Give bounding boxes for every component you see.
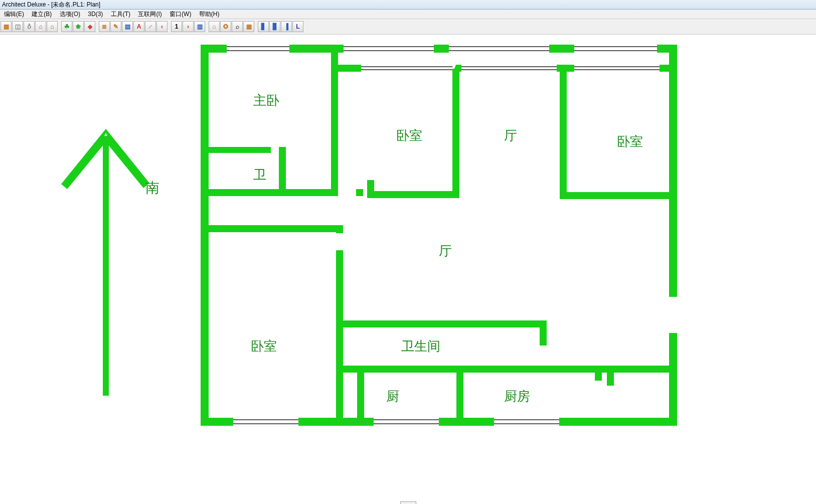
wall <box>201 45 209 426</box>
wall <box>452 69 459 195</box>
wall <box>560 192 677 199</box>
toolbar-separator <box>58 21 61 32</box>
prev-icon[interactable]: ‹ <box>156 21 168 32</box>
svg-rect-21 <box>494 418 559 426</box>
label-kitchen-big: 厨房 <box>504 389 530 404</box>
toolbar-separator <box>95 21 98 32</box>
wall <box>367 191 459 198</box>
door-icon[interactable]: ◫ <box>12 21 23 32</box>
wall <box>279 147 286 195</box>
svg-rect-24 <box>361 65 454 72</box>
wall <box>669 333 677 426</box>
label-kitchen-small: 厨 <box>386 389 399 404</box>
wall <box>595 366 602 381</box>
wall <box>336 366 602 373</box>
svg-rect-9 <box>449 45 549 53</box>
menu-tools[interactable]: 工具(T) <box>108 10 133 19</box>
menu-build[interactable]: 建立(B) <box>29 10 55 19</box>
text-icon[interactable]: A <box>133 21 144 32</box>
toolbar: ▦◫♁⌂⌂☘❀◆≣✎▤A⟋‹1›▥⌂✪⌕▦▋▊▐L <box>0 19 816 35</box>
books-icon[interactable]: ≣ <box>99 21 110 32</box>
palette-icon[interactable]: ✪ <box>220 21 231 32</box>
wall <box>336 250 343 426</box>
chart-icon[interactable]: ⌂ <box>209 21 220 32</box>
house-icon[interactable]: ⌂ <box>47 21 58 32</box>
label-bathroom-big: 卫生间 <box>401 339 440 354</box>
label-bedroom-left: 卧室 <box>251 339 277 354</box>
plant-icon[interactable]: ☘ <box>61 21 72 32</box>
menu-3d[interactable]: 3D(3) <box>85 10 106 19</box>
label-hall-main: 厅 <box>439 244 452 258</box>
svg-rect-6 <box>344 45 434 53</box>
doc-icon[interactable]: ▤ <box>122 21 133 32</box>
wall <box>201 147 271 153</box>
zoom-icon[interactable]: ⌕ <box>232 21 243 32</box>
toolbar-separator <box>205 21 208 32</box>
wall <box>367 180 374 198</box>
svg-rect-18 <box>374 418 439 426</box>
wall <box>331 45 338 195</box>
color-icon[interactable]: ◆ <box>84 21 95 32</box>
lamp-icon[interactable]: ♁ <box>24 21 35 32</box>
calc-icon[interactable]: ▦ <box>243 21 254 32</box>
label-hall-top: 厅 <box>504 128 517 143</box>
wall <box>669 45 677 297</box>
page-number[interactable]: 1 <box>171 21 182 32</box>
window-title: Architect Deluxe - [未命名.PL1: Plan] <box>2 1 100 8</box>
menu-edit[interactable]: 编辑(E) <box>1 10 27 19</box>
svg-rect-15 <box>233 418 298 426</box>
menu-window[interactable]: 窗口(W) <box>167 10 194 19</box>
menu-bar: 编辑(E) 建立(B) 选项(O) 3D(3) 工具(T) 互联网(I) 窗口(… <box>0 10 816 19</box>
ruler-icon[interactable]: ⟋ <box>145 21 156 32</box>
view-iso-icon[interactable]: ▐ <box>281 21 292 32</box>
next-icon[interactable]: › <box>183 21 194 32</box>
label-bedroom-top: 卧室 <box>396 128 422 143</box>
wall <box>560 69 567 199</box>
horizontal-scrollbar-thumb[interactable] <box>400 501 416 504</box>
svg-rect-12 <box>574 45 657 53</box>
svg-rect-3 <box>227 45 289 53</box>
toolbar-separator <box>254 21 257 32</box>
svg-rect-0 <box>103 140 109 396</box>
wall <box>456 366 463 426</box>
compass-arrow <box>61 129 149 396</box>
menu-option[interactable]: 选项(O) <box>57 10 83 19</box>
label-bathroom-small: 卫 <box>253 167 266 182</box>
wall <box>540 320 547 346</box>
title-bar: Architect Deluxe - [未命名.PL1: Plan] <box>0 0 816 10</box>
tree-icon[interactable]: ❀ <box>73 21 84 32</box>
menu-help[interactable]: 帮助(H) <box>196 10 223 19</box>
wall <box>201 225 343 232</box>
tools-icon[interactable]: ✎ <box>110 21 121 32</box>
label-bedroom-right: 卧室 <box>617 134 643 149</box>
toolbar-separator <box>168 21 171 32</box>
wall <box>201 189 338 196</box>
floor-plan-svg: 南 <box>0 35 816 504</box>
wall <box>336 320 547 327</box>
svg-rect-27 <box>461 65 557 72</box>
plan-canvas[interactable]: 南 <box>0 35 816 504</box>
wall <box>577 366 677 373</box>
view-front-icon[interactable]: ▋ <box>258 21 269 32</box>
roof-icon[interactable]: ⌂ <box>35 21 46 32</box>
wall <box>357 366 364 426</box>
compass-label: 南 <box>145 180 159 196</box>
window2-icon[interactable]: ▥ <box>194 21 205 32</box>
label-master-bedroom: 主卧 <box>253 93 279 108</box>
view-side-icon[interactable]: ▊ <box>269 21 280 32</box>
svg-rect-30 <box>574 65 660 72</box>
menu-internet[interactable]: 互联网(I) <box>135 10 165 19</box>
grid-icon[interactable]: ▦ <box>1 21 12 32</box>
view-l-icon[interactable]: L <box>292 21 303 32</box>
wall <box>356 189 363 196</box>
